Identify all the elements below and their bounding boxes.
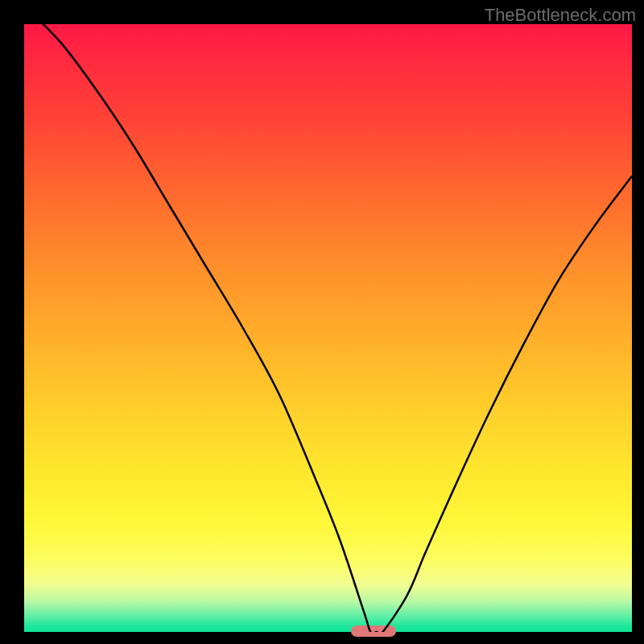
chart-frame: TheBottleneck.com (0, 0, 644, 644)
bottleneck-curve (24, 24, 632, 632)
watermark-text: TheBottleneck.com (485, 5, 636, 26)
